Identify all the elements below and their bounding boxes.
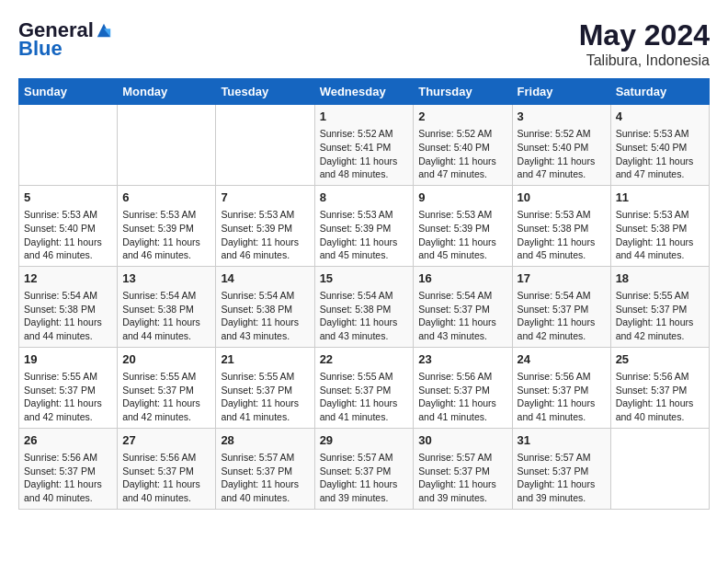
day-number: 28 <box>221 432 309 449</box>
day-number: 7 <box>221 190 309 206</box>
column-header-saturday: Saturday <box>610 79 709 105</box>
day-number: 6 <box>122 190 210 206</box>
calendar-cell: 9Sunrise: 5:53 AM Sunset: 5:39 PM Daylig… <box>414 185 512 266</box>
calendar-cell <box>216 105 314 186</box>
title-area: May 2024 Talibura, Indonesia <box>579 18 710 69</box>
day-number: 27 <box>122 432 210 449</box>
day-info: Sunrise: 5:57 AM Sunset: 5:37 PM Dayligh… <box>320 451 409 505</box>
calendar-week-5: 26Sunrise: 5:56 AM Sunset: 5:37 PM Dayli… <box>19 428 710 509</box>
day-number: 4 <box>616 109 704 125</box>
day-info: Sunrise: 5:57 AM Sunset: 5:37 PM Dayligh… <box>418 451 506 505</box>
logo-blue: Blue <box>18 37 63 61</box>
page-header: General Blue May 2024 Talibura, Indonesi… <box>18 18 710 69</box>
day-info: Sunrise: 5:53 AM Sunset: 5:38 PM Dayligh… <box>616 208 704 262</box>
calendar-cell: 21Sunrise: 5:55 AM Sunset: 5:37 PM Dayli… <box>216 347 314 428</box>
calendar-cell: 16Sunrise: 5:54 AM Sunset: 5:37 PM Dayli… <box>414 266 512 347</box>
day-info: Sunrise: 5:52 AM Sunset: 5:40 PM Dayligh… <box>518 127 606 181</box>
calendar-cell: 23Sunrise: 5:56 AM Sunset: 5:37 PM Dayli… <box>414 347 512 428</box>
calendar-week-2: 5Sunrise: 5:53 AM Sunset: 5:40 PM Daylig… <box>19 185 710 266</box>
column-header-monday: Monday <box>118 79 216 105</box>
calendar-cell: 19Sunrise: 5:55 AM Sunset: 5:37 PM Dayli… <box>19 347 118 428</box>
calendar-cell: 10Sunrise: 5:53 AM Sunset: 5:38 PM Dayli… <box>512 185 610 266</box>
calendar-cell: 24Sunrise: 5:56 AM Sunset: 5:37 PM Dayli… <box>512 347 610 428</box>
day-info: Sunrise: 5:54 AM Sunset: 5:38 PM Dayligh… <box>221 289 309 343</box>
calendar-cell: 7Sunrise: 5:53 AM Sunset: 5:39 PM Daylig… <box>216 185 314 266</box>
day-info: Sunrise: 5:57 AM Sunset: 5:37 PM Dayligh… <box>518 451 606 505</box>
day-number: 11 <box>616 190 704 206</box>
calendar-cell: 13Sunrise: 5:54 AM Sunset: 5:38 PM Dayli… <box>118 266 216 347</box>
calendar-cell: 5Sunrise: 5:53 AM Sunset: 5:40 PM Daylig… <box>19 185 118 266</box>
calendar-cell: 1Sunrise: 5:52 AM Sunset: 5:41 PM Daylig… <box>314 105 414 186</box>
day-info: Sunrise: 5:53 AM Sunset: 5:39 PM Dayligh… <box>320 208 409 262</box>
logo: General Blue <box>18 18 112 61</box>
day-number: 3 <box>518 109 606 125</box>
calendar-cell: 20Sunrise: 5:55 AM Sunset: 5:37 PM Dayli… <box>118 347 216 428</box>
day-number: 30 <box>418 432 506 449</box>
day-info: Sunrise: 5:53 AM Sunset: 5:39 PM Dayligh… <box>418 208 506 262</box>
calendar-cell: 8Sunrise: 5:53 AM Sunset: 5:39 PM Daylig… <box>314 185 414 266</box>
day-info: Sunrise: 5:55 AM Sunset: 5:37 PM Dayligh… <box>616 289 704 343</box>
day-number: 25 <box>616 351 704 368</box>
day-number: 12 <box>24 270 112 287</box>
column-header-thursday: Thursday <box>414 79 512 105</box>
day-number: 9 <box>418 190 506 206</box>
calendar-cell <box>610 428 709 509</box>
calendar-cell: 15Sunrise: 5:54 AM Sunset: 5:38 PM Dayli… <box>314 266 414 347</box>
calendar-cell: 17Sunrise: 5:54 AM Sunset: 5:37 PM Dayli… <box>512 266 610 347</box>
column-header-wednesday: Wednesday <box>314 79 414 105</box>
day-info: Sunrise: 5:53 AM Sunset: 5:39 PM Dayligh… <box>221 208 309 262</box>
day-info: Sunrise: 5:56 AM Sunset: 5:37 PM Dayligh… <box>24 451 112 505</box>
day-number: 5 <box>24 190 112 206</box>
day-info: Sunrise: 5:56 AM Sunset: 5:37 PM Dayligh… <box>518 370 606 424</box>
day-info: Sunrise: 5:53 AM Sunset: 5:39 PM Dayligh… <box>122 208 210 262</box>
calendar-cell <box>118 105 216 186</box>
day-info: Sunrise: 5:55 AM Sunset: 5:37 PM Dayligh… <box>320 370 409 424</box>
calendar-cell: 22Sunrise: 5:55 AM Sunset: 5:37 PM Dayli… <box>314 347 414 428</box>
calendar-cell: 27Sunrise: 5:56 AM Sunset: 5:37 PM Dayli… <box>118 428 216 509</box>
day-info: Sunrise: 5:55 AM Sunset: 5:37 PM Dayligh… <box>122 370 210 424</box>
day-number: 2 <box>418 109 506 125</box>
calendar-cell <box>19 105 118 186</box>
day-info: Sunrise: 5:52 AM Sunset: 5:40 PM Dayligh… <box>418 127 506 181</box>
day-number: 24 <box>518 351 606 368</box>
day-info: Sunrise: 5:56 AM Sunset: 5:37 PM Dayligh… <box>418 370 506 424</box>
calendar-cell: 11Sunrise: 5:53 AM Sunset: 5:38 PM Dayli… <box>610 185 709 266</box>
day-number: 29 <box>320 432 409 449</box>
day-info: Sunrise: 5:53 AM Sunset: 5:40 PM Dayligh… <box>616 127 704 181</box>
day-info: Sunrise: 5:54 AM Sunset: 5:38 PM Dayligh… <box>122 289 210 343</box>
calendar-week-4: 19Sunrise: 5:55 AM Sunset: 5:37 PM Dayli… <box>19 347 710 428</box>
month-title: May 2024 <box>579 18 710 52</box>
day-info: Sunrise: 5:54 AM Sunset: 5:38 PM Dayligh… <box>24 289 112 343</box>
day-number: 1 <box>320 109 409 125</box>
column-header-sunday: Sunday <box>19 79 118 105</box>
logo-icon <box>96 22 112 39</box>
day-number: 31 <box>518 432 606 449</box>
day-number: 14 <box>221 270 309 287</box>
day-info: Sunrise: 5:57 AM Sunset: 5:37 PM Dayligh… <box>221 451 309 505</box>
column-header-friday: Friday <box>512 79 610 105</box>
day-info: Sunrise: 5:54 AM Sunset: 5:38 PM Dayligh… <box>320 289 409 343</box>
day-number: 23 <box>418 351 506 368</box>
calendar-cell: 4Sunrise: 5:53 AM Sunset: 5:40 PM Daylig… <box>610 105 709 186</box>
calendar-cell: 18Sunrise: 5:55 AM Sunset: 5:37 PM Dayli… <box>610 266 709 347</box>
calendar-table: SundayMondayTuesdayWednesdayThursdayFrid… <box>18 78 710 510</box>
day-number: 15 <box>320 270 409 287</box>
calendar-cell: 29Sunrise: 5:57 AM Sunset: 5:37 PM Dayli… <box>314 428 414 509</box>
day-info: Sunrise: 5:54 AM Sunset: 5:37 PM Dayligh… <box>518 289 606 343</box>
day-number: 17 <box>518 270 606 287</box>
day-info: Sunrise: 5:53 AM Sunset: 5:38 PM Dayligh… <box>518 208 606 262</box>
subtitle: Talibura, Indonesia <box>579 52 710 69</box>
day-info: Sunrise: 5:52 AM Sunset: 5:41 PM Dayligh… <box>320 127 409 181</box>
day-number: 10 <box>518 190 606 206</box>
calendar-cell: 6Sunrise: 5:53 AM Sunset: 5:39 PM Daylig… <box>118 185 216 266</box>
calendar-cell: 25Sunrise: 5:56 AM Sunset: 5:37 PM Dayli… <box>610 347 709 428</box>
column-header-tuesday: Tuesday <box>216 79 314 105</box>
day-number: 19 <box>24 351 112 368</box>
day-number: 20 <box>122 351 210 368</box>
day-number: 18 <box>616 270 704 287</box>
calendar-cell: 3Sunrise: 5:52 AM Sunset: 5:40 PM Daylig… <box>512 105 610 186</box>
day-info: Sunrise: 5:56 AM Sunset: 5:37 PM Dayligh… <box>616 370 704 424</box>
calendar-cell: 2Sunrise: 5:52 AM Sunset: 5:40 PM Daylig… <box>414 105 512 186</box>
calendar-week-3: 12Sunrise: 5:54 AM Sunset: 5:38 PM Dayli… <box>19 266 710 347</box>
day-number: 8 <box>320 190 409 206</box>
